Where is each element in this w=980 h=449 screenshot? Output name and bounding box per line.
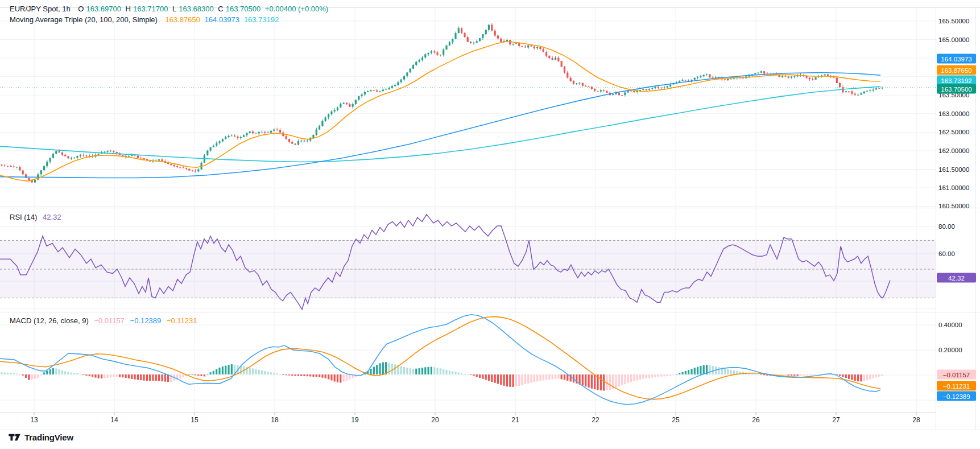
time-axis-label: 18 (271, 416, 278, 424)
price-axis-label: 165.50000 (938, 18, 969, 24)
price-axis-label: 162.00000 (938, 147, 969, 154)
ma200-value: 163.73192 (244, 15, 279, 24)
open-label: O (78, 5, 84, 13)
macd-hist-badge: −0.01157 (937, 370, 976, 380)
ma-indicator-title: Moving Average Triple (20, 100, 200, Sim… (10, 15, 158, 24)
symbol-legend-row[interactable]: EUR/JPY Spot, 1h O163.69700 H163.71700 L… (10, 4, 330, 14)
price-scale[interactable] (936, 0, 980, 430)
price-axis-label: 165.00000 (938, 36, 969, 43)
ma-legend-row[interactable]: Moving Average Triple (20, 100, 200, Sim… (10, 15, 281, 24)
rsi-value-badge: 42.32 (937, 273, 976, 283)
time-axis-label: 13 (30, 416, 38, 424)
macd-line-badge: −0.12389 (937, 392, 976, 401)
close-value: 163.70500 (226, 5, 260, 13)
price-axis-label: 162.50000 (938, 129, 969, 135)
macd-title: MACD (12, 26, close, 9) (10, 316, 89, 325)
macd-axis-label: 0.20000 (938, 347, 962, 353)
price-axis-label: 161.00000 (938, 184, 969, 191)
macd-legend-row[interactable]: MACD (12, 26, close, 9) −0.01157 −0.1238… (10, 316, 197, 325)
tradingview-logo[interactable]: TradingView (8, 432, 73, 442)
time-axis-label: 21 (511, 416, 519, 424)
time-axis-label: 27 (832, 416, 840, 424)
low-value: 163.68300 (179, 5, 213, 13)
tradingview-chart-widget: EUR/JPY Spot, 1h O163.69700 H163.71700 L… (0, 0, 980, 449)
time-axis-label: 15 (191, 416, 198, 424)
symbol-title: EUR/JPY Spot, 1h (10, 5, 71, 13)
price-axis-label: 163.00000 (938, 110, 969, 117)
time-axis-label: 25 (672, 416, 679, 424)
rsi-legend-row[interactable]: RSI (14) 42.32 (10, 213, 61, 221)
tradingview-logo-text: TradingView (24, 432, 73, 442)
ma20-value: 163.87650 (166, 15, 200, 24)
high-value: 163.71700 (133, 5, 168, 13)
rsi-axis-label: 60.00 (938, 250, 955, 257)
time-axis-label: 20 (431, 416, 439, 424)
high-label: H (126, 5, 131, 13)
time-axis-label: 28 (912, 416, 920, 424)
ma100-price-badge: 164.03973 (937, 54, 976, 64)
tradingview-logo-icon (8, 433, 21, 442)
macd-signal-badge: −0.11231 (937, 381, 976, 391)
ma20-price-badge: 163.87650 (937, 65, 976, 75)
open-value: 163.69700 (86, 5, 121, 13)
rsi-axis-label: 80.00 (938, 223, 955, 230)
price-axis-label: 161.50000 (938, 166, 969, 173)
macd-axis-label: 0.40000 (938, 322, 962, 328)
time-axis-label: 14 (110, 416, 118, 424)
last-price-badge: 163.70500 (937, 84, 976, 94)
chart-canvas[interactable] (0, 0, 980, 431)
price-axis-label: 160.50000 (938, 203, 969, 209)
change-value: +0.00400 (+0.00%) (265, 5, 328, 13)
rsi-title: RSI (14) (10, 213, 37, 221)
low-label: L (172, 5, 176, 13)
time-axis-label: 22 (592, 416, 599, 424)
ma100-value: 164.03973 (205, 15, 239, 24)
close-label: C (218, 5, 223, 13)
time-axis-label: 19 (351, 416, 358, 424)
macd-line-value: −0.12389 (130, 316, 162, 325)
time-scale[interactable] (0, 412, 936, 430)
rsi-value: 42.32 (43, 213, 61, 221)
time-axis-label: 26 (752, 416, 759, 424)
macd-hist-value: −0.01157 (94, 316, 125, 325)
macd-signal-value: −0.11231 (167, 316, 197, 325)
